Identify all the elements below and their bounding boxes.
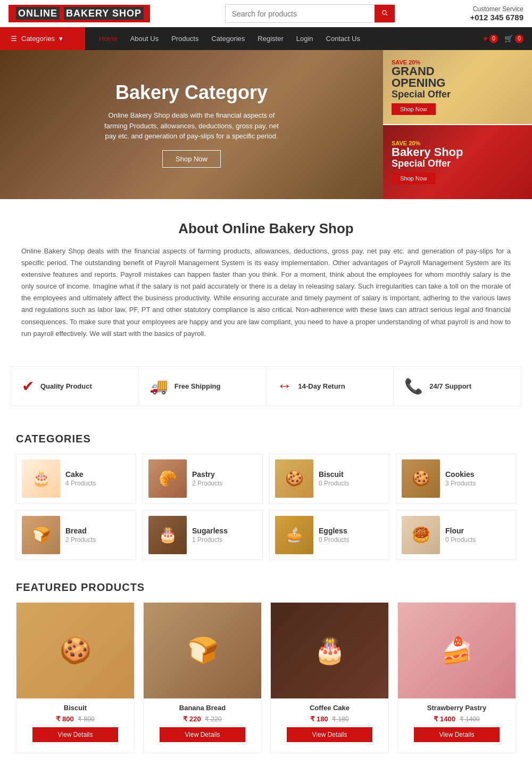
product-biscuit-price: ₹ 800 ₹ 800 — [22, 715, 129, 723]
category-biscuit[interactable]: 🍪 Biscuit 0 Products — [269, 454, 389, 504]
categories-button[interactable]: ☰ Categories ▾ — [0, 27, 85, 50]
hero-card-1-shop-btn[interactable]: Shop Now — [392, 103, 436, 115]
category-cookies[interactable]: 🍪 Cookies 3 Products — [396, 454, 516, 504]
product-banana-bread-btn[interactable]: View Details — [160, 727, 245, 742]
category-biscuit-count: 0 Products — [319, 480, 349, 487]
categories-grid: 🎂 Cake 4 Products 🥐 Pastry 2 Products 🍪 … — [16, 454, 516, 560]
feature-shipping-label: Free Shipping — [174, 382, 221, 390]
product-banana-bread: 🍞 Banana Bread ₹ 220 ₹ 220 View Details — [143, 602, 262, 753]
logo[interactable]: ONLINE BAKERY SHOP — [9, 5, 150, 22]
hero-card-1-text: SAVE 20% GRANDOPENING Special Offer Shop… — [392, 59, 451, 115]
nav-icons: ♥ 0 🛒 0 — [475, 35, 532, 43]
category-pastry-image: 🥐 — [148, 459, 187, 498]
product-coffee-cake: 🎂 Coffee Cake ₹ 180 ₹ 180 View Details — [270, 602, 389, 753]
nav-contact[interactable]: Contact Us — [321, 27, 365, 50]
hero-card-2-text: SAVE 20% Bakery Shop Special Offer Shop … — [392, 140, 463, 184]
category-bread[interactable]: 🍞 Bread 2 Products — [16, 510, 136, 560]
category-pastry-count: 2 Products — [192, 480, 222, 487]
product-banana-bread-current-price: ₹ 220 — [183, 715, 201, 723]
product-strawberry-pastry-btn[interactable]: View Details — [414, 727, 500, 742]
hero-description: Online Bakery Shop deals with the financ… — [101, 110, 282, 142]
search-button[interactable] — [375, 5, 395, 22]
category-eggless[interactable]: 🥧 Eggless 0 Products — [269, 510, 389, 560]
product-coffee-cake-image: 🎂 — [271, 603, 388, 698]
category-sugarless-image: 🎂 — [148, 516, 187, 554]
product-strawberry-pastry: 🍰 Strawberry Pastry ₹ 1400 ₹ 1400 View D… — [397, 602, 516, 753]
product-banana-bread-info: Banana Bread ₹ 220 ₹ 220 View Details — [144, 698, 261, 753]
product-strawberry-pastry-info: Strawberry Pastry ₹ 1400 ₹ 1400 View Det… — [398, 698, 516, 753]
hero-card-1-grand: GRANDOPENING — [392, 65, 451, 89]
category-sugarless-info: Sugarless 1 Products — [192, 527, 228, 544]
category-sugarless-count: 1 Products — [192, 536, 228, 544]
cart-icon: 🛒 — [504, 35, 513, 43]
product-strawberry-pastry-current-price: ₹ 1400 — [434, 715, 455, 723]
category-cookies-name: Cookies — [445, 470, 476, 479]
products-grid: 🍪 Biscuit ₹ 800 ₹ 800 View Details 🍞 Ban… — [16, 602, 516, 753]
hero-card-2-shop-btn[interactable]: Shop Now — [392, 172, 436, 184]
hero-card-2-special: Special Offer — [392, 158, 463, 169]
logo-text: ONLINE — [16, 7, 60, 20]
product-strawberry-pastry-price: ₹ 1400 ₹ 1400 — [403, 715, 510, 723]
product-coffee-cake-price: ₹ 180 ₹ 180 — [276, 715, 383, 723]
category-eggless-count: 0 Products — [319, 536, 349, 544]
category-bread-image: 🍞 — [22, 516, 60, 554]
categories-title: CATEGORIES — [16, 433, 516, 445]
product-strawberry-pastry-original-price: ₹ 1400 — [460, 715, 480, 723]
category-eggless-info: Eggless 0 Products — [319, 527, 349, 544]
nav-login[interactable]: Login — [291, 27, 319, 50]
navbar: ☰ Categories ▾ Home About Us Products Ca… — [0, 27, 532, 50]
search-input[interactable] — [226, 5, 375, 22]
feature-return: ↔ 14-Day Return — [267, 367, 394, 406]
product-coffee-cake-current-price: ₹ 180 — [310, 715, 328, 723]
category-biscuit-name: Biscuit — [319, 470, 349, 479]
product-coffee-cake-info: Coffee Cake ₹ 180 ₹ 180 View Details — [271, 698, 388, 753]
truck-icon: 🚚 — [149, 377, 168, 395]
category-pastry[interactable]: 🥐 Pastry 2 Products — [143, 454, 263, 504]
category-bread-count: 2 Products — [65, 536, 96, 544]
checkmark-icon: ✔ — [22, 377, 34, 395]
nav-categories[interactable]: Categories — [206, 27, 250, 50]
category-flour[interactable]: 🥮 Flour 0 Products — [396, 510, 516, 560]
category-flour-count: 0 Products — [445, 536, 476, 544]
categories-section: CATEGORIES 🎂 Cake 4 Products 🥐 Pastry 2 … — [0, 422, 532, 571]
product-strawberry-pastry-image: 🍰 — [398, 603, 516, 698]
nav-about[interactable]: About Us — [125, 27, 164, 50]
hero-shop-now-button[interactable]: Shop Now — [162, 150, 221, 168]
product-coffee-cake-name: Coffee Cake — [276, 704, 383, 712]
featured-title: FEATURED PRODUCTS — [16, 581, 516, 594]
hero-card-1-special: Special Offer — [392, 89, 451, 100]
category-eggless-image: 🥧 — [275, 516, 313, 554]
hero-card-2-bakery: Bakery Shop — [392, 146, 463, 158]
product-coffee-cake-btn[interactable]: View Details — [287, 727, 372, 742]
cart-button[interactable]: 🛒 0 — [504, 35, 523, 43]
product-banana-bread-name: Banana Bread — [149, 704, 256, 712]
product-banana-bread-image: 🍞 — [144, 603, 261, 698]
hero-section: Bakery Category Online Bakery Shop deals… — [0, 50, 532, 199]
nav-links: Home About Us Products Categories Regist… — [85, 27, 475, 50]
search-bar — [225, 4, 395, 23]
about-title: About Online Bakery Shop — [21, 220, 511, 237]
cart-count: 0 — [515, 35, 523, 43]
product-biscuit-btn[interactable]: View Details — [32, 727, 118, 742]
nav-register[interactable]: Register — [252, 27, 288, 50]
category-cake[interactable]: 🎂 Cake 4 Products — [16, 454, 136, 504]
category-flour-info: Flour 0 Products — [445, 527, 476, 544]
product-biscuit-name: Biscuit — [22, 704, 129, 712]
nav-home[interactable]: Home — [94, 27, 123, 50]
about-section: About Online Bakery Shop Online Bakery S… — [0, 199, 532, 350]
wishlist-count: 0 — [489, 35, 498, 43]
category-sugarless[interactable]: 🎂 Sugarless 1 Products — [143, 510, 263, 560]
search-icon — [381, 9, 388, 17]
heart-icon: ♥ — [483, 35, 487, 43]
category-cookies-info: Cookies 3 Products — [445, 470, 476, 487]
wishlist-button[interactable]: ♥ 0 — [483, 35, 498, 43]
phone-icon: 📞 — [404, 377, 423, 395]
category-flour-image: 🥮 — [402, 516, 440, 554]
product-biscuit-info: Biscuit ₹ 800 ₹ 800 View Details — [16, 698, 134, 753]
nav-products[interactable]: Products — [166, 27, 204, 50]
feature-return-label: 14-Day Return — [298, 382, 345, 390]
product-biscuit-original-price: ₹ 800 — [78, 715, 94, 723]
product-banana-bread-price: ₹ 220 ₹ 220 — [149, 715, 256, 723]
feature-shipping: 🚚 Free Shipping — [139, 367, 267, 406]
category-cake-info: Cake 4 Products — [65, 470, 96, 487]
